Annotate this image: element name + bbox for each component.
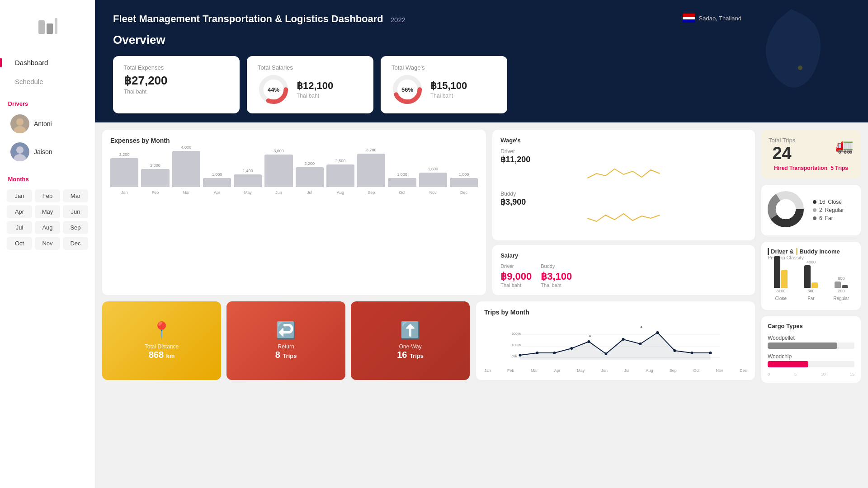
buddy-wage-row: Buddy ฿3,900: [500, 191, 747, 227]
salaries-value: ฿12,100: [297, 80, 333, 92]
hired-transportation: Hired Transportation 5 Trips: [769, 165, 854, 171]
month-oct[interactable]: Oct: [7, 237, 32, 250]
close-count: 16: [819, 199, 825, 205]
expenses-card: Total Expenses ฿27,200 Thai baht: [113, 56, 240, 113]
driver-sparkline: [500, 164, 747, 183]
salary-card-section: Salary Driver ฿9,000 Thai baht Buddy ฿3,…: [492, 245, 755, 295]
oneway-unit: Trips: [410, 352, 424, 359]
bar-jun: [264, 155, 292, 187]
month-aug[interactable]: Aug: [35, 221, 60, 234]
month-jan[interactable]: Jan: [7, 189, 32, 202]
cargo-title: Cargo Types: [768, 323, 854, 329]
top-charts-row: Expenses by Month 3,200Jan2,000Feb4,000M…: [102, 130, 755, 295]
trips-x-axis: Jan Feb Mar Apr May Jun Jul Aug Sep Oct …: [484, 368, 747, 373]
month-mar[interactable]: Mar: [63, 189, 88, 202]
driver-item-1[interactable]: Jaison: [7, 140, 88, 164]
month-apr[interactable]: Apr: [7, 205, 32, 218]
month-may[interactable]: May: [35, 205, 60, 218]
bar-group-dec: 1,000Dec: [450, 172, 478, 195]
buddy-wage-label: Buddy: [500, 191, 747, 197]
month-dec[interactable]: Dec: [63, 237, 88, 250]
right-panel: Total Trips 24 🚛 Hired Transportation 5 …: [761, 130, 861, 481]
buddy-salary: Buddy ฿3,100 Thai baht: [541, 263, 572, 288]
legend-close: 16 Close: [813, 199, 844, 205]
svg-text:4: 4: [641, 325, 643, 329]
pie-chart-card: 16 Close 2 Regular 6 Far: [761, 185, 861, 235]
expenses-label: Total Expenses: [124, 64, 229, 71]
sidebar-item-dashboard[interactable]: Dashboard: [7, 54, 88, 71]
salaries-card: Total Salaries 44% ฿12,100 Thai baht: [247, 56, 373, 113]
close-label: Close: [828, 199, 842, 205]
income-bars: 6400 3100 Close 4000: [768, 265, 854, 301]
bar-mar: [172, 151, 200, 187]
trips-by-month-card: Trips by Month: [476, 301, 755, 380]
bar-group-jul: 2,200Jul: [296, 161, 324, 195]
svg-point-24: [622, 338, 625, 341]
total-trips-title: Total Trips: [769, 137, 795, 144]
bar-nov: [419, 173, 447, 187]
bar-oct: [388, 178, 416, 187]
salaries-donut-chart: 44%: [258, 74, 289, 105]
svg-point-4: [16, 118, 24, 126]
pie-legend: 16 Close 2 Regular 6 Far: [813, 199, 844, 221]
woodchip-bar-bg: [768, 361, 854, 367]
return-icon: ↩️: [276, 321, 296, 340]
bar-group-feb: 2,000Feb: [141, 163, 169, 195]
total-trips-number: 24: [769, 144, 795, 163]
total-distance-card: 📍 Total Distance 868 km: [102, 301, 221, 380]
svg-point-28: [691, 352, 693, 354]
income-card: Driver & Buddy Income Per Trip Classify …: [761, 242, 861, 310]
app-logo: [34, 14, 61, 41]
thailand-flag: [683, 14, 695, 23]
expenses-chart-title: Expenses by Month: [110, 137, 478, 144]
legend-regular: 2 Regular: [813, 207, 844, 213]
far-dot: [813, 216, 816, 220]
salaries-donut: 44% ฿12,100 Thai baht: [258, 74, 363, 105]
month-jul[interactable]: Jul: [7, 221, 32, 234]
month-sep[interactable]: Sep: [63, 221, 88, 234]
return-unit: Trips: [283, 352, 297, 359]
regular-dot: [813, 208, 816, 212]
svg-point-25: [639, 343, 642, 345]
wages-card: Total Wage's 56% ฿15,100 Thai baht: [381, 56, 507, 113]
wages-donut: 56% ฿15,100 Thai baht: [392, 74, 496, 105]
wages-pct: 56%: [401, 86, 413, 93]
expenses-value: ฿27,200: [124, 74, 229, 88]
overview-label: Overview: [113, 33, 850, 47]
month-jun[interactable]: Jun: [63, 205, 88, 218]
driver-avatar-1: [10, 142, 29, 161]
svg-point-23: [605, 352, 608, 355]
legend-far: 6 Far: [813, 215, 844, 221]
expenses-unit: Thai baht: [124, 89, 229, 95]
return-value: 8 Trips: [275, 350, 297, 360]
driver-avatar-0: [10, 114, 29, 133]
close-driver-bar: [774, 256, 780, 288]
woodchip-label: Woodchip: [768, 353, 854, 360]
page-title: Fleet Management Transportation & Logist…: [113, 13, 383, 26]
wages-salary-section: Wage's Driver ฿11,200 Buddy ฿3,900: [492, 130, 755, 295]
far-label: Far: [825, 215, 833, 221]
month-feb[interactable]: Feb: [35, 189, 60, 202]
far-driver-bar: [804, 265, 811, 288]
woodchip-bar: [768, 361, 808, 367]
svg-point-27: [674, 349, 676, 352]
driver-salary: Driver ฿9,000 Thai baht: [500, 263, 532, 288]
driver-item-0[interactable]: Antoni: [7, 112, 88, 136]
woodpellet-bar: [768, 343, 837, 349]
svg-point-20: [553, 352, 556, 354]
oneway-label: One-Way: [399, 343, 422, 350]
svg-text:100%: 100%: [512, 343, 521, 347]
trips-chart-title: Trips by Month: [484, 309, 747, 316]
truck-icon: 🚛: [835, 137, 854, 154]
regular-buddy-bar: [842, 285, 848, 288]
header-banner: Sadao, Thailand Fleet Management Transpo…: [95, 0, 868, 122]
svg-text:4: 4: [589, 334, 591, 338]
bar-group-may: 1,400May: [234, 169, 262, 195]
trips-line-chart: 300% 100% 0% 4 4: [484, 321, 747, 366]
month-nov[interactable]: Nov: [35, 237, 60, 250]
wages-donut-chart: 56%: [392, 74, 423, 105]
total-trips-card: Total Trips 24 🚛 Hired Transportation 5 …: [761, 130, 861, 178]
svg-rect-2: [55, 18, 57, 34]
driver-name-1: Jaison: [34, 148, 52, 155]
sidebar-item-schedule[interactable]: Schedule: [7, 73, 88, 90]
